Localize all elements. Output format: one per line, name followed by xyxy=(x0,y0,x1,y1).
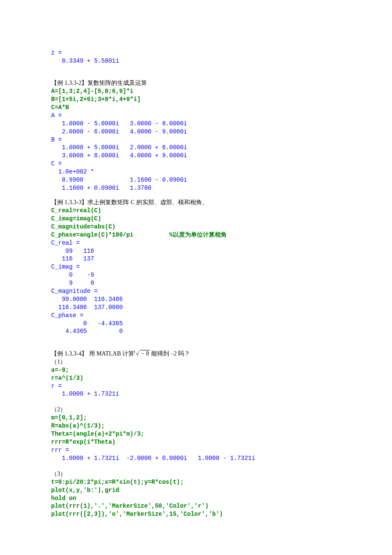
code-line: a=-8; xyxy=(51,366,341,374)
output-line: 1.1600 + 0.0900i 1.3700 xyxy=(51,184,341,192)
output-line: 116.3486 137.0000 xyxy=(51,304,341,312)
output-line: z = xyxy=(51,49,341,57)
output-line: 1.0000 - 5.0000i 3.0000 - 8.0000i xyxy=(51,120,341,128)
output-line: 0.3349 + 5.5801i xyxy=(51,57,341,65)
example-title: 求上例复数矩阵 C 的实部、虚部、模和相角。 xyxy=(87,199,208,205)
code-line: C_real=real(C) xyxy=(51,207,341,215)
output-line: 116 137 xyxy=(51,255,341,263)
output-line: 3.0000 + 8.0000i 4.0000 + 9.0000i xyxy=(51,152,341,160)
document-content: z = 0.3349 + 5.5801i 【例 1.3.3-2】复数矩阵的生成及… xyxy=(51,49,341,518)
example-heading: 【例 1.3.3-2】复数矩阵的生成及运算 xyxy=(51,79,341,87)
output-line: 1.0000 + 5.0000i 2.0000 + 6.0000i xyxy=(51,144,341,152)
output-line: 2.0000 - 6.0000i 4.0000 - 9.0000i xyxy=(51,128,341,136)
root-index: 3 xyxy=(133,349,135,354)
output-line: 9 0 xyxy=(51,279,341,287)
example-heading: 【例 1.3.3-4】 用 MATLAB 计算 3√− 8 能得到 –2 吗？ xyxy=(51,350,341,358)
example-text: 能得到 –2 吗？ xyxy=(150,350,190,357)
output-line: C_phase = xyxy=(51,312,341,320)
output-line: rrr = xyxy=(51,446,341,454)
output-line: B = xyxy=(51,136,341,144)
code-line: r=a^(1/3) xyxy=(51,374,341,382)
code-line: B=[1+5i,2+6i;3+8*i,4+9*i] xyxy=(51,95,341,104)
code-line: plot(rrr([2,3]),'o','MarkerSize',15,'Col… xyxy=(51,510,341,518)
output-line: 0.9900 1.1600 - 0.0900i xyxy=(51,176,341,184)
output-line: A = xyxy=(51,112,341,120)
code-line: rrr=R*exp(i*Theta) xyxy=(51,438,341,446)
code-line: plot(rrr(1),'.','MarkerSize',50,'Color',… xyxy=(51,502,341,510)
output-line: 1.0e+002 * xyxy=(51,168,341,176)
radical-sign: √ xyxy=(136,350,139,357)
code-line: Theta=(angle(a)+2*pi*m)/3; xyxy=(51,430,341,438)
example-number: 【例 1.3.3-2】 xyxy=(51,80,87,86)
output-line: 0 -4.4365 xyxy=(51,320,341,328)
step-label: （2） xyxy=(51,406,341,414)
output-line: 4.4365 0 xyxy=(51,327,341,335)
code-line: R=abs(a)^(1/3); xyxy=(51,422,341,430)
example-number: 【例 1.3.3-4】 xyxy=(51,350,87,357)
code-comment: %以度为单位计算相角 xyxy=(133,231,226,238)
code-line: t=0:pi/20:2*pi;x=R*sin(t);y=R*cos(t); xyxy=(51,478,341,486)
step-label: （1） xyxy=(51,358,341,366)
code-line: hold on xyxy=(51,494,341,503)
code-line: m=[0,1,2]; xyxy=(51,414,341,422)
radicand: − 8 xyxy=(140,350,150,357)
output-line: C_real = xyxy=(51,239,341,247)
output-line: 99.0000 116.3486 xyxy=(51,295,341,304)
code-line: A=[1,3;2,4]-[5,8;6,9]*i xyxy=(51,87,341,95)
code-line: C_imag=imag(C) xyxy=(51,215,341,223)
code-text: C_phase=angle(C)*180/pi xyxy=(51,231,133,238)
output-line: C = xyxy=(51,160,341,168)
code-line: plot(x,y,'b:'),grid xyxy=(51,486,341,494)
output-line: 0 -9 xyxy=(51,271,341,279)
example-heading: 【例 1.3.3-3】求上例复数矩阵 C 的实部、虚部、模和相角。 xyxy=(51,199,341,207)
example-title: 复数矩阵的生成及运算 xyxy=(87,80,147,86)
code-line: C_magnitude=abs(C) xyxy=(51,223,341,231)
output-line: C_magnitude = xyxy=(51,287,341,295)
cube-root-expression: 3√− 8 xyxy=(136,350,150,358)
example-number: 【例 1.3.3-3】 xyxy=(51,199,87,205)
output-line: r = xyxy=(51,382,341,390)
output-line: 1.0000 + 1.7321i -2.0000 + 0.0000i 1.000… xyxy=(51,454,341,462)
example-text: 用 MATLAB 计算 xyxy=(87,350,136,357)
output-line: C_imag = xyxy=(51,263,341,271)
output-line: 1.0000 + 1.7321i xyxy=(51,390,341,398)
code-line: C=A*B xyxy=(51,104,341,112)
code-line: C_phase=angle(C)*180/pi %以度为单位计算相角 xyxy=(51,231,341,239)
output-line: 99 116 xyxy=(51,247,341,255)
step-label: （3） xyxy=(51,470,341,478)
